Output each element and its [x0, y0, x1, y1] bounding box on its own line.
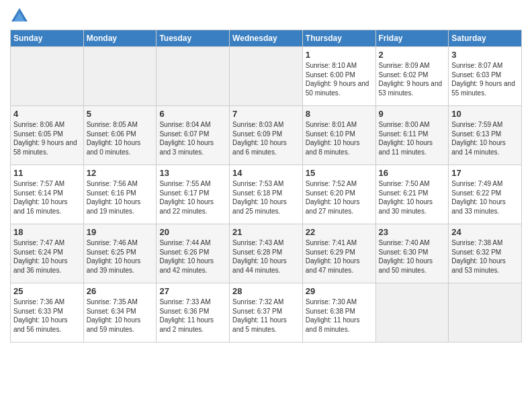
calendar-cell: 10Sunrise: 7:59 AM Sunset: 6:13 PM Dayli… [449, 106, 522, 165]
day-number: 29 [306, 286, 373, 296]
day-number: 21 [232, 227, 300, 237]
calendar-week-row: 4Sunrise: 8:06 AM Sunset: 6:05 PM Daylig… [11, 106, 522, 165]
day-info: Sunrise: 7:41 AM Sunset: 6:29 PM Dayligh… [306, 238, 373, 275]
day-info: Sunrise: 7:32 AM Sunset: 6:37 PM Dayligh… [232, 298, 300, 334]
day-info: Sunrise: 7:56 AM Sunset: 6:16 PM Dayligh… [87, 179, 154, 216]
day-number: 18 [13, 227, 81, 237]
calendar-cell: 6Sunrise: 8:04 AM Sunset: 6:07 PM Daylig… [157, 106, 230, 165]
calendar-header-row: SundayMondayTuesdayWednesdayThursdayFrid… [11, 30, 522, 47]
day-number: 25 [13, 286, 81, 296]
header-monday: Monday [83, 30, 157, 47]
calendar-cell: 15Sunrise: 7:52 AM Sunset: 6:20 PM Dayli… [302, 165, 375, 224]
calendar-cell: 19Sunrise: 7:46 AM Sunset: 6:25 PM Dayli… [83, 224, 157, 283]
calendar-cell: 26Sunrise: 7:35 AM Sunset: 6:34 PM Dayli… [83, 283, 157, 342]
day-number: 4 [13, 109, 81, 119]
day-number: 13 [159, 168, 226, 178]
day-info: Sunrise: 7:44 AM Sunset: 6:26 PM Dayligh… [159, 238, 226, 275]
calendar-cell: 2Sunrise: 8:09 AM Sunset: 6:02 PM Daylig… [375, 47, 449, 106]
day-number: 8 [306, 109, 373, 119]
calendar-cell [375, 283, 449, 342]
day-number: 17 [451, 168, 519, 178]
calendar-cell: 29Sunrise: 7:30 AM Sunset: 6:38 PM Dayli… [302, 283, 375, 342]
header-wednesday: Wednesday [230, 30, 303, 47]
day-number: 7 [232, 109, 300, 119]
day-info: Sunrise: 8:01 AM Sunset: 6:10 PM Dayligh… [306, 120, 373, 156]
day-info: Sunrise: 7:50 AM Sunset: 6:21 PM Dayligh… [379, 179, 446, 216]
calendar-cell: 4Sunrise: 8:06 AM Sunset: 6:05 PM Daylig… [11, 106, 84, 165]
calendar-cell: 21Sunrise: 7:43 AM Sunset: 6:28 PM Dayli… [230, 224, 303, 283]
day-info: Sunrise: 8:06 AM Sunset: 6:05 PM Dayligh… [13, 120, 81, 156]
day-number: 20 [159, 227, 226, 237]
calendar-cell: 18Sunrise: 7:47 AM Sunset: 6:24 PM Dayli… [11, 224, 84, 283]
calendar-cell: 28Sunrise: 7:32 AM Sunset: 6:37 PM Dayli… [230, 283, 303, 342]
calendar-cell [83, 47, 157, 106]
day-info: Sunrise: 7:30 AM Sunset: 6:38 PM Dayligh… [306, 298, 373, 334]
calendar-cell: 3Sunrise: 8:07 AM Sunset: 6:03 PM Daylig… [449, 47, 522, 106]
day-number: 3 [451, 50, 519, 60]
day-number: 23 [379, 227, 446, 237]
calendar-cell: 25Sunrise: 7:36 AM Sunset: 6:33 PM Dayli… [11, 283, 84, 342]
day-info: Sunrise: 7:47 AM Sunset: 6:24 PM Dayligh… [13, 238, 81, 275]
day-info: Sunrise: 7:36 AM Sunset: 6:33 PM Dayligh… [13, 298, 81, 334]
calendar-cell: 17Sunrise: 7:49 AM Sunset: 6:22 PM Dayli… [449, 165, 522, 224]
day-number: 1 [306, 50, 373, 60]
calendar-table: SundayMondayTuesdayWednesdayThursdayFrid… [10, 30, 522, 342]
day-number: 16 [379, 168, 446, 178]
day-info: Sunrise: 8:00 AM Sunset: 6:11 PM Dayligh… [379, 120, 446, 156]
day-number: 22 [306, 227, 373, 237]
day-number: 28 [232, 286, 300, 296]
day-number: 26 [87, 286, 154, 296]
day-info: Sunrise: 7:59 AM Sunset: 6:13 PM Dayligh… [451, 120, 519, 156]
day-number: 9 [379, 109, 446, 119]
header-sunday: Sunday [11, 30, 84, 47]
calendar-cell: 14Sunrise: 7:53 AM Sunset: 6:18 PM Dayli… [230, 165, 303, 224]
day-number: 15 [306, 168, 373, 178]
day-info: Sunrise: 7:38 AM Sunset: 6:32 PM Dayligh… [451, 238, 519, 275]
day-info: Sunrise: 7:53 AM Sunset: 6:18 PM Dayligh… [232, 179, 300, 216]
day-number: 6 [159, 109, 226, 119]
calendar-cell: 24Sunrise: 7:38 AM Sunset: 6:32 PM Dayli… [449, 224, 522, 283]
calendar-cell: 7Sunrise: 8:03 AM Sunset: 6:09 PM Daylig… [230, 106, 303, 165]
header-tuesday: Tuesday [157, 30, 230, 47]
day-info: Sunrise: 8:03 AM Sunset: 6:09 PM Dayligh… [232, 120, 300, 156]
calendar-cell: 20Sunrise: 7:44 AM Sunset: 6:26 PM Dayli… [157, 224, 230, 283]
calendar-cell [157, 47, 230, 106]
header-friday: Friday [375, 30, 449, 47]
day-info: Sunrise: 8:09 AM Sunset: 6:02 PM Dayligh… [379, 61, 446, 97]
day-info: Sunrise: 7:55 AM Sunset: 6:17 PM Dayligh… [159, 179, 226, 216]
page-header [10, 7, 522, 26]
calendar-cell: 11Sunrise: 7:57 AM Sunset: 6:14 PM Dayli… [11, 165, 84, 224]
calendar-week-row: 18Sunrise: 7:47 AM Sunset: 6:24 PM Dayli… [11, 224, 522, 283]
day-info: Sunrise: 7:52 AM Sunset: 6:20 PM Dayligh… [306, 179, 373, 216]
calendar-cell: 5Sunrise: 8:05 AM Sunset: 6:06 PM Daylig… [83, 106, 157, 165]
calendar-cell: 23Sunrise: 7:40 AM Sunset: 6:30 PM Dayli… [375, 224, 449, 283]
day-info: Sunrise: 8:07 AM Sunset: 6:03 PM Dayligh… [451, 61, 519, 97]
calendar-week-row: 1Sunrise: 8:10 AM Sunset: 6:00 PM Daylig… [11, 47, 522, 106]
day-info: Sunrise: 7:57 AM Sunset: 6:14 PM Dayligh… [13, 179, 81, 216]
calendar-cell: 9Sunrise: 8:00 AM Sunset: 6:11 PM Daylig… [375, 106, 449, 165]
day-info: Sunrise: 8:10 AM Sunset: 6:00 PM Dayligh… [306, 61, 373, 97]
logo [10, 7, 32, 26]
day-number: 10 [451, 109, 519, 119]
day-info: Sunrise: 7:33 AM Sunset: 6:36 PM Dayligh… [159, 298, 226, 334]
day-info: Sunrise: 7:40 AM Sunset: 6:30 PM Dayligh… [379, 238, 446, 275]
header-saturday: Saturday [449, 30, 522, 47]
calendar-week-row: 11Sunrise: 7:57 AM Sunset: 6:14 PM Dayli… [11, 165, 522, 224]
day-number: 14 [232, 168, 300, 178]
day-number: 5 [87, 109, 154, 119]
day-info: Sunrise: 7:35 AM Sunset: 6:34 PM Dayligh… [87, 298, 154, 334]
day-number: 11 [13, 168, 81, 178]
day-info: Sunrise: 7:49 AM Sunset: 6:22 PM Dayligh… [451, 179, 519, 216]
logo-icon [10, 7, 29, 26]
calendar-week-row: 25Sunrise: 7:36 AM Sunset: 6:33 PM Dayli… [11, 283, 522, 342]
day-info: Sunrise: 8:04 AM Sunset: 6:07 PM Dayligh… [159, 120, 226, 156]
day-info: Sunrise: 8:05 AM Sunset: 6:06 PM Dayligh… [87, 120, 154, 156]
calendar-cell: 27Sunrise: 7:33 AM Sunset: 6:36 PM Dayli… [157, 283, 230, 342]
calendar-cell: 1Sunrise: 8:10 AM Sunset: 6:00 PM Daylig… [302, 47, 375, 106]
header-thursday: Thursday [302, 30, 375, 47]
calendar-cell: 12Sunrise: 7:56 AM Sunset: 6:16 PM Dayli… [83, 165, 157, 224]
day-number: 27 [159, 286, 226, 296]
calendar-cell [11, 47, 84, 106]
calendar-cell: 13Sunrise: 7:55 AM Sunset: 6:17 PM Dayli… [157, 165, 230, 224]
calendar-cell: 8Sunrise: 8:01 AM Sunset: 6:10 PM Daylig… [302, 106, 375, 165]
